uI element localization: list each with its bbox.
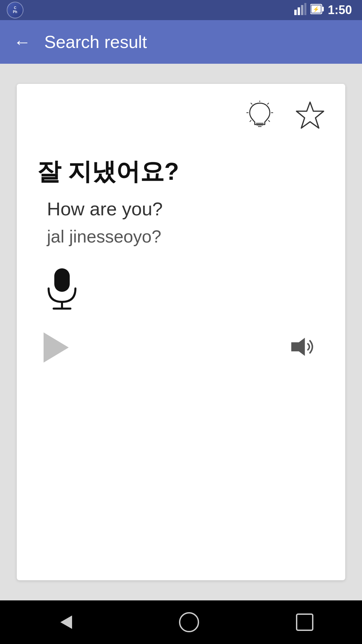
- status-time: 1:50: [328, 3, 352, 17]
- status-icons: ⚡ 1:50: [294, 3, 352, 17]
- svg-rect-3: [304, 3, 306, 15]
- nav-recents-button[interactable]: [296, 613, 313, 631]
- lightbulb-icon[interactable]: [245, 101, 275, 132]
- svg-rect-1: [298, 7, 300, 15]
- star-icon[interactable]: [295, 101, 325, 132]
- romanization-text: jal jinesseoyo?: [47, 226, 325, 247]
- volume-icon[interactable]: [288, 332, 318, 363]
- playback-section: [37, 332, 325, 363]
- nav-bar: [0, 600, 362, 644]
- svg-marker-23: [60, 615, 72, 629]
- english-text: How are you?: [47, 198, 325, 220]
- korean-text: 잘 지냈어요?: [37, 156, 325, 188]
- svg-line-17: [250, 120, 251, 122]
- mic-section: [44, 267, 325, 312]
- result-card: 잘 지냈어요? How are you? jal jinesseoyo?: [17, 84, 345, 580]
- svg-line-12: [267, 103, 269, 105]
- signal-icon: [294, 3, 306, 17]
- svg-line-13: [251, 103, 252, 105]
- svg-rect-5: [322, 7, 324, 11]
- svg-text:⚡: ⚡: [313, 6, 319, 12]
- card-top-icons: [37, 101, 325, 132]
- app-icon: CPh: [7, 2, 23, 18]
- nav-home-button[interactable]: [179, 612, 199, 632]
- nav-back-button[interactable]: [49, 609, 82, 636]
- microphone-icon[interactable]: [44, 267, 80, 312]
- svg-rect-2: [301, 5, 303, 15]
- back-button[interactable]: ←: [13, 33, 31, 51]
- play-button[interactable]: [44, 332, 69, 363]
- main-content: 잘 지냈어요? How are you? jal jinesseoyo?: [0, 64, 362, 600]
- svg-marker-22: [291, 338, 305, 356]
- battery-icon: ⚡: [310, 3, 324, 17]
- toolbar-title: Search result: [44, 32, 147, 52]
- svg-rect-0: [294, 10, 297, 15]
- svg-line-16: [268, 120, 270, 122]
- svg-rect-19: [54, 268, 70, 292]
- svg-marker-18: [297, 102, 324, 128]
- toolbar: ← Search result: [0, 20, 362, 64]
- status-bar: CPh ⚡ 1:50: [0, 0, 362, 20]
